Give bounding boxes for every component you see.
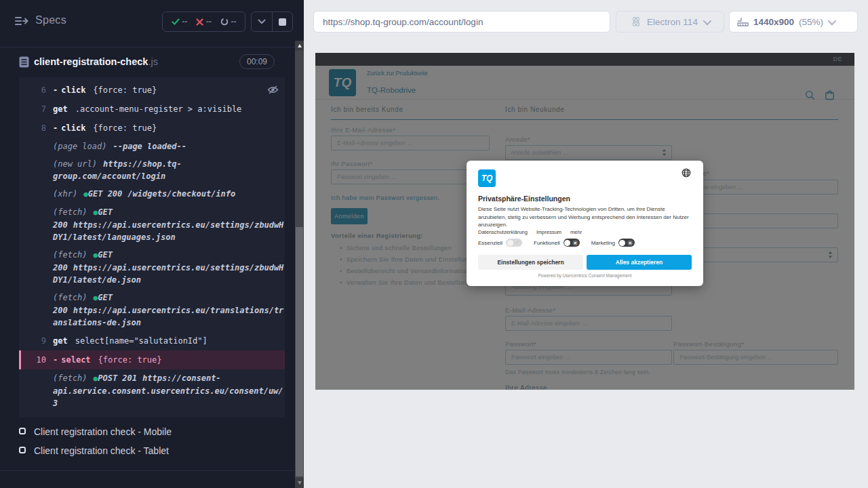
scrollbar-thumb[interactable] xyxy=(296,227,303,476)
imprint-link[interactable]: Impressum xyxy=(536,229,561,235)
collapse-button[interactable] xyxy=(252,12,272,31)
scrollbar-down-button[interactable] xyxy=(295,478,304,488)
command-row[interactable]: 8-click{force: true} xyxy=(19,119,285,138)
x-icon xyxy=(196,18,203,26)
privacy-policy-link[interactable]: Datenschutzerklärung xyxy=(478,229,528,235)
child-command-dash: - xyxy=(53,123,58,133)
chevron-down-icon xyxy=(703,16,711,25)
pending-circle-icon xyxy=(220,18,229,26)
toggle-essential-label: Essenziell xyxy=(478,240,502,246)
command-method: select xyxy=(61,355,90,365)
consent-accept-button[interactable]: Alles akzeptieren xyxy=(587,255,692,270)
command-row[interactable]: 9getselect[name="salutationId"] xyxy=(19,331,285,350)
test-title: Client registration check - Mobile xyxy=(34,426,172,437)
viewport-zoom: (55%) xyxy=(799,17,823,27)
consent-save-button[interactable]: Einstellungen speichern xyxy=(478,255,583,270)
command-method: click xyxy=(61,123,85,133)
stop-icon xyxy=(279,18,286,26)
consent-links: Datenschutzerklärung Impressum mehr xyxy=(478,229,582,235)
collapsed-test-mobile[interactable]: Client registration check - Mobile xyxy=(0,424,295,443)
command-line-number: 7 xyxy=(19,103,46,115)
scrollbar-up-button[interactable] xyxy=(295,41,304,51)
event-row: (fetch)●GET 200https://api.usercentrics.… xyxy=(19,246,285,289)
request-url: /widgets/checkout/info xyxy=(127,189,235,199)
pending-count: -- xyxy=(231,17,237,26)
chevron-down-icon xyxy=(258,19,266,24)
toggle-marketing-switch[interactable]: ✕ xyxy=(618,239,635,247)
more-link[interactable]: mehr xyxy=(570,229,582,235)
command-row-active[interactable]: 10-select{force: true} xyxy=(19,350,285,369)
command-line-number: 10 xyxy=(19,354,46,366)
spec-file-row[interactable]: client-registration-check.js 00:09 xyxy=(0,54,295,72)
browser-name: Electron 114 xyxy=(647,17,698,27)
down-arrow-icon xyxy=(298,481,302,485)
request-status: GET 200 xyxy=(88,189,123,199)
event-text: --page loaded-- xyxy=(113,142,186,151)
invisible-element-icon xyxy=(267,85,279,94)
check-icon xyxy=(172,18,180,26)
event-tag: (xhr) xyxy=(53,189,77,199)
check-icon: ✓ xyxy=(515,239,520,245)
up-arrow-icon xyxy=(298,44,302,47)
aut-container: Electron 114 1440x900 (55%) DE TQ Zurück… xyxy=(304,0,868,488)
electron-atom-icon xyxy=(631,16,642,27)
event-tag: (new url) xyxy=(53,159,97,169)
consent-modal: TQ Privatsphäre-Einstellungen Diese Seit… xyxy=(467,161,703,286)
request-status: POST 201 xyxy=(98,373,137,383)
test-title: Client registration check - Tablet xyxy=(34,445,169,456)
specs-menu-icon[interactable] xyxy=(15,16,28,26)
spec-file-icon xyxy=(19,56,29,68)
child-command-dash: - xyxy=(53,355,58,365)
event-tag: (fetch) xyxy=(53,250,87,260)
event-tag: (fetch) xyxy=(53,373,87,383)
consent-tq-logo: TQ xyxy=(478,169,496,187)
child-command-dash: - xyxy=(53,85,58,95)
toggle-essential: Essenziell ✓ xyxy=(478,239,522,247)
request-url: https://api.usercentrics.eu/settings/zbu… xyxy=(53,263,283,285)
command-line-number: 6 xyxy=(19,84,46,96)
reporter-header: Specs -- -- -- xyxy=(0,0,295,47)
test-state-icon xyxy=(19,428,26,434)
language-globe-icon[interactable] xyxy=(682,168,691,178)
viewport-selector[interactable]: 1440x900 (55%) xyxy=(729,11,858,33)
command-args: {force: true} xyxy=(93,85,157,95)
toggle-functional-label: Funktionell xyxy=(534,240,560,246)
consent-toggles: Essenziell ✓ Funktionell ✕ Marketing ✕ xyxy=(478,239,635,247)
stat-pending: -- xyxy=(220,17,237,26)
command-row[interactable]: 6-click{force: true} xyxy=(19,81,285,100)
command-row[interactable]: 7get.account-menu-register > a:visible xyxy=(19,100,285,119)
spec-file-name: client-registration-check.js xyxy=(34,56,158,67)
url-input[interactable] xyxy=(313,11,610,33)
event-row: (page load)--page loaded-- xyxy=(19,138,285,155)
event-row: (fetch)●GET 200https://api.usercentrics.… xyxy=(19,289,285,331)
powered-by-label: Powered by Usercentrics Consent Manageme… xyxy=(467,273,703,278)
run-controls xyxy=(251,12,293,32)
event-tag: (fetch) xyxy=(53,207,87,217)
ruler-icon xyxy=(737,17,749,26)
x-icon: ✕ xyxy=(627,240,633,246)
collapsed-test-tablet[interactable]: Client registration check - Tablet xyxy=(0,443,295,462)
event-row: (xhr)●GET 200/widgets/checkout/info xyxy=(19,185,285,203)
toggle-marketing: Marketing ✕ xyxy=(591,239,635,247)
passed-count: -- xyxy=(182,17,188,26)
app-under-test: DE TQ Zurück zur Produktseite TQ-Robodri… xyxy=(315,53,854,390)
failed-count: -- xyxy=(206,17,212,26)
event-row: (fetch)●POST 201https://consent-api.serv… xyxy=(19,369,285,412)
stop-button[interactable] xyxy=(272,12,293,31)
reporter-bottom-divider xyxy=(0,470,295,471)
toggle-functional: Funktionell ✕ xyxy=(534,239,580,247)
toggle-functional-switch[interactable]: ✕ xyxy=(564,239,580,247)
reporter-scrollbar[interactable] xyxy=(295,41,304,488)
browser-selector[interactable]: Electron 114 xyxy=(616,11,724,33)
x-icon: ✕ xyxy=(572,240,578,246)
toggle-marketing-label: Marketing xyxy=(591,240,615,246)
event-row: (new url)https://shop.tq-group.com/accou… xyxy=(19,155,285,185)
command-method: click xyxy=(61,85,85,95)
command-args: select[name="salutationId"] xyxy=(75,336,208,346)
viewport-dimensions: 1440x900 xyxy=(753,17,794,27)
event-tag: (page load) xyxy=(53,142,106,151)
test-stats: -- -- -- xyxy=(162,12,245,32)
command-args: {force: true} xyxy=(93,123,157,133)
consent-title: Privatsphäre-Einstellungen xyxy=(478,195,570,203)
command-line-number: 8 xyxy=(19,122,46,134)
